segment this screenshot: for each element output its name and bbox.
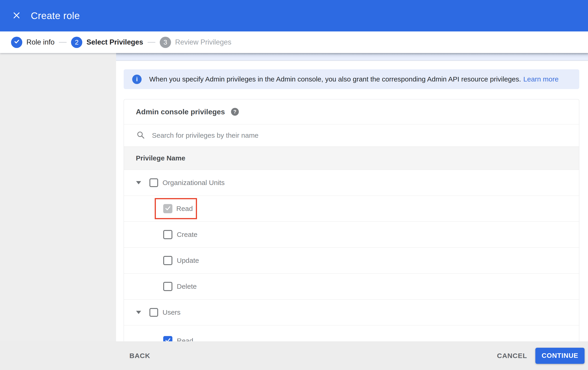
card-header: Admin console privileges ?	[124, 99, 579, 124]
privilege-label: Update	[177, 257, 199, 264]
privileges-search-input[interactable]	[152, 131, 497, 139]
step-role-info[interactable]: Role info	[11, 37, 54, 48]
info-banner: i When you specify Admin privileges in t…	[124, 69, 579, 89]
privilege-label: Read	[176, 205, 193, 212]
step-completed-circle	[11, 37, 22, 48]
collapse-arrow-icon[interactable]	[136, 181, 141, 184]
step-connector	[59, 42, 67, 43]
ou-read-checkbox[interactable]	[163, 204, 172, 213]
footer-bar: BACK CANCEL CONTINUE	[0, 341, 588, 370]
column-header-label: Privilege Name	[136, 154, 185, 162]
ou-update-checkbox[interactable]	[163, 256, 172, 265]
admin-console-privileges-card: Admin console privileges ? Privilege Nam…	[124, 99, 579, 341]
create-role-dialog: Create role Role info 2 Select Privilege…	[0, 0, 588, 370]
highlight-box: Read	[155, 198, 197, 219]
dialog-title: Create role	[31, 10, 80, 21]
card-title: Admin console privileges	[136, 108, 225, 116]
privilege-row-users-read: Read	[124, 325, 579, 341]
privilege-name-column-header: Privilege Name	[124, 146, 579, 170]
search-icon	[136, 130, 145, 140]
step-label: Role info	[26, 38, 54, 46]
privileges-search-row	[124, 124, 579, 146]
step-number-circle: 3	[160, 37, 171, 48]
privilege-row-ou-create: Create	[124, 221, 579, 247]
app-bar: Create role	[0, 0, 588, 31]
collapse-arrow-icon[interactable]	[136, 311, 141, 314]
main-content: i When you specify Admin privileges in t…	[116, 53, 588, 341]
step-review-privileges[interactable]: 3 Review Privileges	[160, 37, 231, 48]
check-icon	[164, 204, 171, 213]
close-button[interactable]	[11, 11, 21, 21]
close-icon	[13, 11, 21, 20]
privilege-row-ou-read: Read	[124, 196, 579, 221]
privilege-row-ou-delete: Delete	[124, 273, 579, 299]
continue-button[interactable]: CONTINUE	[535, 348, 585, 364]
ou-delete-checkbox[interactable]	[163, 282, 172, 291]
privilege-row-ou-update: Update	[124, 247, 579, 273]
cancel-button[interactable]: CANCEL	[497, 352, 527, 360]
stepper: Role info 2 Select Privileges 3 Review P…	[0, 31, 588, 53]
scrolled-banner-edge	[116, 53, 588, 61]
info-banner-text: When you specify Admin privileges in the…	[149, 75, 559, 83]
left-panel	[0, 53, 116, 341]
check-icon	[164, 337, 171, 341]
step-label: Review Privileges	[175, 38, 231, 46]
ou-create-checkbox[interactable]	[163, 230, 172, 239]
privilege-label: Create	[177, 231, 198, 239]
back-button[interactable]: BACK	[129, 352, 150, 360]
privilege-label: Read	[177, 337, 193, 341]
privilege-row-organizational-units: Organizational Units	[124, 170, 579, 196]
users-checkbox[interactable]	[149, 308, 158, 317]
privilege-label: Users	[163, 309, 180, 316]
organizational-units-checkbox[interactable]	[149, 178, 158, 187]
step-label: Select Privileges	[86, 38, 143, 46]
privilege-row-users: Users	[124, 299, 579, 325]
step-number-circle: 2	[71, 37, 82, 48]
users-read-checkbox[interactable]	[163, 336, 172, 341]
info-icon: i	[132, 75, 142, 84]
step-select-privileges[interactable]: 2 Select Privileges	[71, 37, 143, 48]
privilege-label: Delete	[177, 282, 197, 290]
help-icon[interactable]: ?	[231, 108, 239, 116]
info-banner-message: When you specify Admin privileges in the…	[149, 75, 521, 83]
step-connector	[147, 42, 155, 43]
learn-more-link[interactable]: Learn more	[523, 75, 559, 83]
check-icon	[13, 38, 20, 47]
privilege-label: Organizational Units	[163, 179, 225, 187]
